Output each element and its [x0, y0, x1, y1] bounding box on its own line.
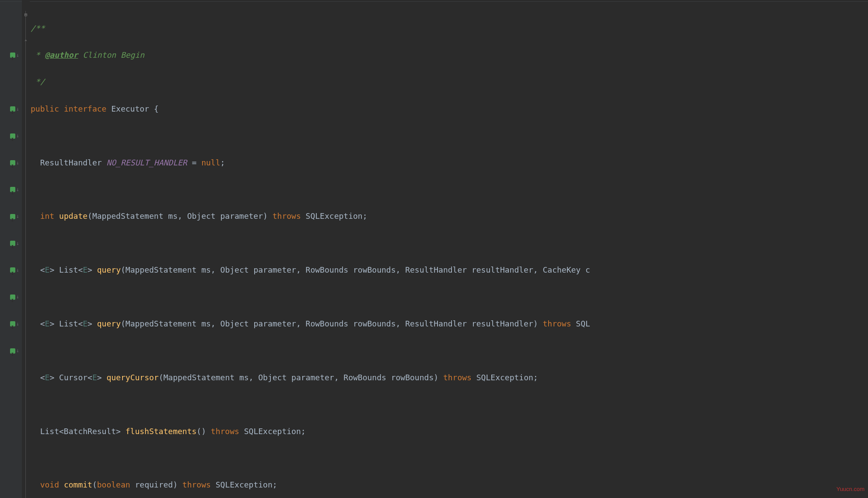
generic: <E>: [40, 265, 55, 274]
watermark: Yuucn.com: [836, 483, 864, 496]
gutter-row[interactable]: ↓: [0, 156, 22, 170]
type: SQLException;: [476, 373, 538, 382]
implementation-icon[interactable]: [10, 348, 15, 354]
gutter-row[interactable]: ↓: [0, 102, 22, 116]
gutter[interactable]: ↓ ↓ ↓ ↓ ↓ ↓ ↓ ↓ ↓ ↓ ↓: [0, 0, 22, 498]
doc-comment: *: [31, 50, 45, 60]
implementation-icon[interactable]: [10, 214, 15, 219]
down-arrow-icon[interactable]: ↓: [16, 156, 19, 170]
type: SQLException;: [306, 211, 368, 221]
gutter-row[interactable]: ↓: [0, 344, 22, 358]
gutter-row[interactable]: ↓: [0, 183, 22, 196]
doc-comment: Clinton Begin: [78, 50, 144, 60]
method-name: flushStatements: [126, 427, 197, 436]
keyword: boolean: [97, 480, 130, 489]
down-arrow-icon[interactable]: ↓: [16, 102, 19, 116]
code-area[interactable]: /** * @author Clinton Begin */ public in…: [30, 0, 868, 498]
fold-spacer: [22, 22, 30, 35]
gutter-row[interactable]: [0, 75, 22, 89]
params: (MappedStatement ms, Object parameter, R…: [121, 319, 538, 328]
fold-column[interactable]: [22, 0, 30, 498]
gutter-row[interactable]: ↓: [0, 210, 22, 223]
down-arrow-icon[interactable]: ↓: [16, 237, 19, 250]
generic: <E>: [40, 319, 55, 328]
implementation-icon[interactable]: [10, 295, 15, 300]
method-name: queryCursor: [106, 373, 158, 382]
code-line[interactable]: [31, 183, 868, 196]
code-line[interactable]: <E> List<E> query(MappedStatement ms, Ob…: [31, 263, 868, 277]
code-line[interactable]: [31, 237, 868, 250]
type: SQLException;: [244, 427, 306, 436]
implementation-icon[interactable]: [10, 321, 15, 326]
code-line[interactable]: ResultHandler NO_RESULT_HANDLER = null;: [31, 156, 868, 170]
gutter-row[interactable]: ↓: [0, 263, 22, 277]
gutter-row[interactable]: ↓: [0, 129, 22, 143]
code-line[interactable]: List<BatchResult> flushStatements() thro…: [31, 425, 868, 438]
code-editor: ↓ ↓ ↓ ↓ ↓ ↓ ↓ ↓ ↓ ↓ ↓ /** * @author Clin…: [0, 0, 868, 498]
gutter-row[interactable]: [0, 89, 22, 102]
down-arrow-icon[interactable]: ↓: [16, 183, 19, 196]
down-arrow-icon[interactable]: ↓: [16, 129, 19, 143]
code-line[interactable]: void commit(boolean required) throws SQL…: [31, 478, 868, 492]
code-line[interactable]: [31, 398, 868, 411]
code-line[interactable]: [31, 129, 868, 143]
code-line[interactable]: * @author Clinton Begin: [31, 49, 868, 62]
code-line[interactable]: <E> Cursor<E> queryCursor(MappedStatemen…: [31, 371, 868, 385]
gutter-row[interactable]: ↓: [0, 49, 22, 62]
implementation-icon[interactable]: [10, 106, 15, 112]
gutter-row[interactable]: ↓: [0, 317, 22, 331]
method-name: commit: [64, 480, 92, 489]
gutter-row[interactable]: [0, 22, 22, 35]
params: (MappedStatement ms, Object parameter, R…: [121, 265, 590, 274]
code-line[interactable]: */: [31, 75, 868, 89]
implementation-icon[interactable]: [10, 241, 15, 246]
gutter-row[interactable]: [0, 35, 22, 49]
field-name: NO_RESULT_HANDLER: [106, 158, 187, 167]
gutter-row[interactable]: [0, 8, 22, 22]
implementation-icon[interactable]: [10, 160, 15, 165]
params: required): [130, 480, 178, 489]
params: (MappedStatement ms, Object parameter, R…: [159, 373, 438, 382]
doc-comment: /**: [31, 24, 45, 33]
implementation-icon[interactable]: [10, 53, 15, 58]
keyword: throws: [182, 480, 211, 489]
type: List<E>: [59, 319, 92, 328]
brace: {: [154, 104, 159, 113]
down-arrow-icon[interactable]: ↓: [16, 263, 19, 277]
type: SQLException;: [216, 480, 277, 489]
implementation-icon[interactable]: [10, 133, 15, 139]
implementation-icon[interactable]: [10, 187, 15, 192]
method-name: query: [97, 319, 121, 328]
keyword: interface: [64, 104, 107, 113]
code-line[interactable]: /**: [31, 22, 868, 35]
params: (): [196, 427, 206, 436]
code-line[interactable]: [31, 344, 868, 358]
type: List<E>: [59, 265, 92, 274]
type: Cursor<E>: [59, 373, 102, 382]
keyword: public: [31, 104, 59, 113]
gutter-row[interactable]: ↓: [0, 290, 22, 304]
down-arrow-icon[interactable]: ↓: [16, 210, 19, 223]
doc-tag: @author: [45, 50, 78, 60]
top-border: [0, 1, 868, 2]
operator: =: [187, 158, 202, 167]
down-arrow-icon[interactable]: ↓: [16, 49, 19, 62]
down-arrow-icon[interactable]: ↓: [16, 317, 19, 331]
code-line[interactable]: [31, 291, 868, 304]
down-arrow-icon[interactable]: ↓: [16, 344, 19, 358]
keyword: throws: [211, 427, 239, 436]
code-line[interactable]: int update(MappedStatement ms, Object pa…: [31, 210, 868, 223]
method-name: update: [59, 211, 88, 221]
code-line[interactable]: <E> List<E> query(MappedStatement ms, Ob…: [31, 317, 868, 331]
type: SQL: [576, 319, 590, 328]
implementation-icon[interactable]: [10, 267, 15, 273]
down-arrow-icon[interactable]: ↓: [16, 290, 19, 304]
fold-open-icon[interactable]: [22, 8, 30, 22]
code-line[interactable]: [31, 452, 868, 465]
keyword: throws: [273, 211, 301, 221]
code-line[interactable]: public interface Executor {: [31, 102, 868, 116]
gutter-row[interactable]: ↓: [0, 237, 22, 250]
interface-name: Executor: [111, 104, 149, 113]
fold-close-icon[interactable]: [22, 35, 30, 49]
semicolon: ;: [220, 158, 225, 167]
